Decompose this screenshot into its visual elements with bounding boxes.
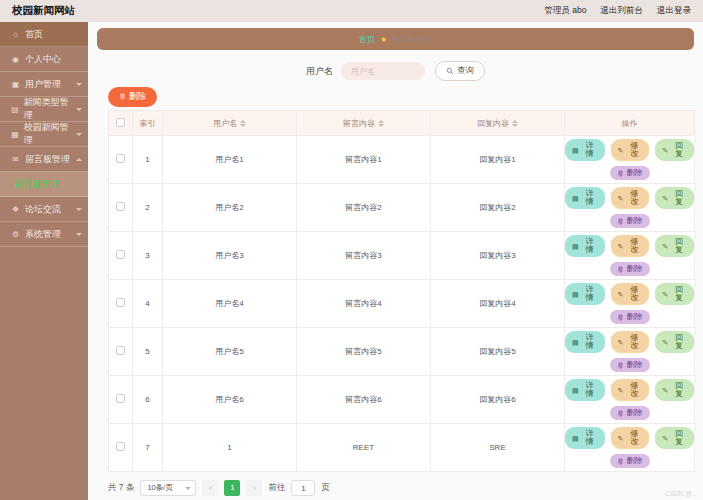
exit-to-front-link[interactable]: 退出到前台 [601,5,644,17]
detail-icon: ▤ [572,339,579,346]
cell-reply: 回复内容6 [431,376,565,424]
row-checkbox[interactable] [116,298,125,307]
sort-icon[interactable] [378,120,384,127]
sidebar-item-message-board[interactable]: ✉ 留言板管理 [0,147,88,172]
prev-page-button[interactable]: ‹ [202,480,218,496]
header-username[interactable]: 用户名 [163,111,297,136]
logout-link[interactable]: 退出登录 [657,5,691,17]
sidebar-subitem-message-board-active[interactable]: 留言板管理 [0,172,88,197]
trash-icon [617,218,624,225]
delete-button[interactable]: 删除 [610,454,650,468]
pencil-icon: ✎ [618,291,624,298]
trash-icon [617,410,624,417]
reply-button[interactable]: ✎回复 [655,139,694,161]
edit-button[interactable]: ✎修改 [611,427,650,449]
edit-button[interactable]: ✎修改 [611,331,650,353]
delete-button[interactable]: 删除 [610,358,650,372]
detail-button[interactable]: ▤详情 [565,139,605,161]
breadcrumb: 首页 ★ 留言板管理 [97,28,694,50]
breadcrumb-home-link[interactable]: 首页 [359,34,375,45]
sidebar-item-campus-news[interactable]: ▦ 校园新闻管理 [0,122,88,147]
reply-button[interactable]: ✎回复 [655,379,694,401]
header-reply[interactable]: 回复内容 [431,111,565,136]
sidebar-item-home[interactable]: ⌂ 首页 [0,22,88,47]
sidebar-item-label: 系统管理 [25,228,61,241]
current-page-button[interactable]: 1 [224,480,240,496]
sidebar-item-users[interactable]: ▣ 用户管理 [0,72,88,97]
sidebar-item-system[interactable]: ⚙ 系统管理 [0,222,88,247]
sort-icon[interactable] [512,120,518,127]
sidebar-item-forum[interactable]: ❖ 论坛交流 [0,197,88,222]
detail-button[interactable]: ▤详情 [565,427,605,449]
detail-button[interactable]: ▤详情 [565,283,605,305]
query-button[interactable]: 查询 [435,61,485,81]
delete-button[interactable]: 删除 [610,310,650,324]
sidebar-item-news-type[interactable]: ▤ 新闻类型管理 [0,97,88,122]
reply-button[interactable]: ✎回复 [655,283,694,305]
sort-icon[interactable] [240,120,246,127]
cell-username: 用户名1 [163,136,297,184]
edit-button[interactable]: ✎修改 [611,235,650,257]
reply-button[interactable]: ✎回复 [655,187,694,209]
breadcrumb-current: 留言板管理 [392,34,432,45]
reply-button[interactable]: ✎回复 [655,331,694,353]
cell-index: 2 [133,184,163,232]
row-checkbox[interactable] [116,346,125,355]
table-row: 3 用户名3 留言内容3 回复内容3 ▤详情 ✎修改 ✎回复 删除 [109,232,695,280]
cell-message: 留言内容2 [297,184,431,232]
sidebar-item-label: 首页 [25,28,43,41]
main-content: 首页 ★ 留言板管理 用户名 查询 [88,22,703,500]
sidebar-item-profile[interactable]: ◉ 个人中心 [0,47,88,72]
trash-icon [617,314,624,321]
detail-button[interactable]: ▤详情 [565,379,605,401]
next-page-button[interactable]: › [246,480,262,496]
bulk-delete-button[interactable]: 删除 [108,87,157,107]
sidebar: ⌂ 首页 ◉ 个人中心 ▣ 用户管理 ▤ 新闻类型管理 ▦ 校园新闻管理 [0,22,88,500]
header-message[interactable]: 留言内容 [297,111,431,136]
pencil-icon: ✎ [662,195,668,202]
cell-reply: 回复内容2 [431,184,565,232]
edit-button[interactable]: ✎修改 [611,139,650,161]
chevron-down-icon [76,133,82,136]
edit-button[interactable]: ✎修改 [611,379,650,401]
pencil-icon: ✎ [662,387,668,394]
table-row: 7 1 REET SRE ▤详情 ✎修改 ✎回复 删除 [109,424,695,472]
detail-button[interactable]: ▤详情 [565,331,605,353]
goto-page-input[interactable] [291,480,315,496]
cell-index: 3 [133,232,163,280]
trash-icon [119,93,126,100]
reply-button[interactable]: ✎回复 [655,427,694,449]
edit-button[interactable]: ✎修改 [611,283,650,305]
row-checkbox[interactable] [116,154,125,163]
delete-button[interactable]: 删除 [610,214,650,228]
search-icon [446,67,454,75]
message-table: 索引 用户名 留言内容 回复内容 操作 1 用户名1 留言内容1 回复内容1 [108,110,695,472]
sidebar-item-label: 论坛交流 [25,203,61,216]
reply-button[interactable]: ✎回复 [655,235,694,257]
detail-button[interactable]: ▤详情 [565,187,605,209]
delete-button[interactable]: 删除 [610,406,650,420]
chevron-down-icon [76,83,82,86]
table-row: 4 用户名4 留言内容4 回复内容4 ▤详情 ✎修改 ✎回复 删除 [109,280,695,328]
edit-button[interactable]: ✎修改 [611,187,650,209]
admin-label: 管理员 abo [544,5,586,17]
row-checkbox[interactable] [116,202,125,211]
row-checkbox[interactable] [116,250,125,259]
home-icon: ⌂ [11,30,20,39]
news-type-icon: ▤ [11,105,19,114]
cell-username: 用户名3 [163,232,297,280]
select-all-checkbox[interactable] [116,118,125,127]
cell-username: 用户名5 [163,328,297,376]
row-checkbox[interactable] [116,442,125,451]
app-window: 校园新闻网站 管理员 abo 退出到前台 退出登录 ⌂ 首页 ◉ 个人中心 ▣ … [0,0,703,500]
username-search-input[interactable] [341,62,425,80]
pagination: 共 7 条 10条/页 ‹ 1 › 前往 页 [108,480,703,496]
row-checkbox[interactable] [116,394,125,403]
cell-index: 6 [133,376,163,424]
page-size-select[interactable]: 10条/页 [140,480,196,496]
chevron-down-icon [76,233,82,236]
table-header-row: 索引 用户名 留言内容 回复内容 操作 [109,111,695,136]
delete-button[interactable]: 删除 [610,166,650,180]
detail-button[interactable]: ▤详情 [565,235,605,257]
delete-button[interactable]: 删除 [610,262,650,276]
